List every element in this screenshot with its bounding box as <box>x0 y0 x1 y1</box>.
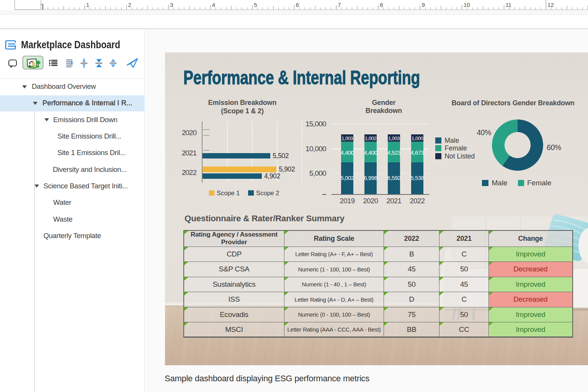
svg-text:2: 2 <box>128 2 131 8</box>
svg-text:5: 5 <box>254 2 257 8</box>
svg-text:9: 9 <box>421 2 425 8</box>
svg-text:4: 4 <box>212 2 215 8</box>
svg-text:11: 11 <box>506 2 512 8</box>
svg-text:8: 8 <box>380 2 383 8</box>
svg-text:7: 7 <box>338 2 341 8</box>
svg-text:1: 1 <box>86 2 89 8</box>
svg-text:12: 12 <box>547 2 554 8</box>
svg-text:10: 10 <box>464 2 470 8</box>
svg-text:3: 3 <box>170 2 173 8</box>
svg-text:6: 6 <box>296 2 299 8</box>
